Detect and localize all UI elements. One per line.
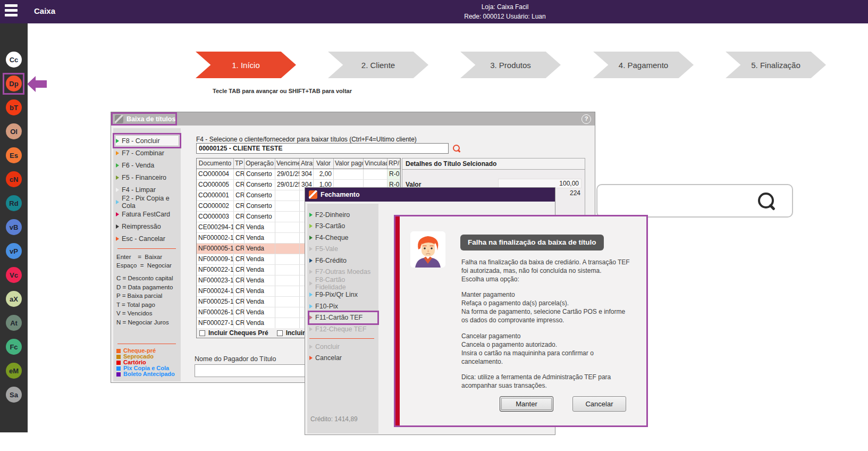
menu-item-label: F6 - Venda [122,162,154,169]
wizard-step-5-finalizacao[interactable]: 5. Finalização [726,52,826,78]
menu-arrow-icon [309,356,313,360]
table-cell: NF000025-1/2 [197,297,234,307]
column-header-documento[interactable]: Documento [197,158,234,169]
table-cell [275,201,300,211]
column-header-vinculado[interactable]: Vinculado [364,158,387,169]
table-row[interactable]: CO000004CRConserto29/01/253042,00R-01 [197,169,400,180]
sidebar-item-ax[interactable]: aX [6,291,22,307]
table-cell: CR [234,318,245,328]
avatar [410,231,445,268]
menu-arrow-icon [309,247,313,251]
legend-label: Boleto Antecipado [123,371,175,377]
fechamento-menu-item-f10-pix[interactable]: F10-Pix [309,300,377,312]
sidebar-item-sa[interactable]: Sa [6,387,22,403]
sidebar-item-cc[interactable]: Cc [6,52,22,68]
column-header-operacao[interactable]: Operação [245,158,275,169]
table-cell [275,265,300,275]
client-input[interactable] [196,143,449,154]
sidebar-item-vc[interactable]: Vc [6,267,22,283]
dialog-paragraph: Falha na finalização da baixa de crediár… [461,258,646,283]
details-header: Detalhes do Título Selcionado [402,158,585,170]
fechamento-menu-item-cancelar[interactable]: Cancelar [309,353,377,364]
table-cell [275,254,300,264]
table-cell: Venda [245,233,275,243]
table-cell: CR [234,212,245,222]
sidebar-item-cn[interactable]: cN [6,171,22,187]
keep-button[interactable]: Manter [500,396,553,412]
search-icon[interactable] [758,193,774,208]
baixa-menu-item-f8-concluir[interactable]: F8 - Concluir [114,135,180,147]
fechamento-menu-item-f4-cheque[interactable]: F4-Cheque [309,232,377,244]
baixa-menu-item-f2-pix-copia-e-cola[interactable]: F2 - Pix Copia e Cola [114,196,180,208]
include-cheques-checkbox[interactable] [199,330,205,336]
include-more-checkbox[interactable] [277,330,283,336]
product-search-input[interactable] [603,188,764,215]
baixa-menu-item-esc-cancelar[interactable]: Esc - Cancelar [114,232,180,245]
table-cell: CO000003 [197,212,234,222]
column-header-valor-pago[interactable]: Valor pago [334,158,364,169]
baixa-menu-item-f5-financeiro[interactable]: F5 - Financeiro [114,171,180,183]
wizard-step-2-cliente[interactable]: 2. Cliente [328,52,428,78]
sidebar-item-es[interactable]: Es [6,147,22,163]
table-cell: Conserto [245,190,275,201]
sidebar-item-ol[interactable]: Ol [6,123,22,139]
sidebar-item-vb[interactable]: vB [6,219,22,235]
fechamento-menu-item-f3-cartao[interactable]: F3-Cartão [309,221,377,232]
menu-item-label: F7-Outras Moedas [315,268,370,275]
table-cell: CR [234,169,245,179]
table-cell: NF000002-1/4 [197,233,234,243]
column-header-atraso[interactable]: Atraso [300,158,314,169]
menu-item-label: Fatura FestCard [122,211,170,218]
sidebar-item-fc[interactable]: Fc [6,339,22,355]
table-cell [275,244,300,254]
column-header-vencimento[interactable]: Vencimento [275,158,300,169]
column-header-tp[interactable]: TP [234,158,245,169]
client-search-icon[interactable] [453,145,460,152]
include-cheques-label: Incluir Cheques Pré [208,329,268,337]
fechamento-menu-item-concluir: Concluir [309,341,377,353]
baixa-title-bar[interactable]: Baixa de títulos ? [111,112,595,126]
sidebar: CcDpbTOlEscNRdvBvPVcaXAtFceMSa [0,23,28,432]
cancel-button[interactable]: Cancelar [572,396,626,412]
menu-arrow-icon [309,281,313,286]
sidebar-item-bt[interactable]: bT [6,99,22,115]
baixa-menu-item-f6-venda[interactable]: F6 - Venda [114,159,180,171]
menu-item-label: F3-Cartão [315,222,345,230]
legend-color-icon [116,349,121,353]
table-cell: Conserto [245,180,275,190]
fechamento-menu-item-f11-cartao-tef[interactable]: F11-Cartão TEF [309,312,377,324]
baixa-menu-item-f7-combinar[interactable]: F7 - Combinar [114,147,180,159]
baixa-menu-item-reimpressao[interactable]: Reimpressão [114,220,180,232]
fechamento-title-bar[interactable]: Fechamento [305,188,555,202]
column-header-valor[interactable]: Valor [314,158,334,169]
sidebar-item-rd[interactable]: Rd [6,195,22,211]
fechamento-window-icon [309,190,317,199]
dialog-paragraph: Cancelar pagamento Cancela o pagamento a… [461,332,646,366]
wizard-step-1-inicio[interactable]: 1. Início [196,52,296,78]
hamburger-menu-icon[interactable] [5,4,19,19]
sidebar-item-dp[interactable]: Dp [6,76,22,91]
payer-name-input[interactable] [195,364,307,377]
table-cell: Venda [245,265,275,275]
menu-arrow-icon [116,139,119,143]
sidebar-item-at[interactable]: At [6,315,22,331]
details-atraso-value: 224 [570,189,580,197]
menu-arrow-icon [116,176,119,180]
wizard-step-3-produtos[interactable]: 3. Produtos [460,52,561,78]
sidebar-item-em[interactable]: eM [6,363,22,379]
help-icon[interactable]: ? [582,114,591,124]
baixa-menu-item-fatura-festcard[interactable]: Fatura FestCard [114,208,180,220]
fechamento-menu-item-f2-dinheiro[interactable]: F2-Dinheiro [309,209,377,221]
column-header-rp-l[interactable]: RP/L [387,158,400,169]
menu-arrow-icon [116,163,119,168]
dialog-paragraph: Dica: utilize a ferramenta de Administra… [461,373,646,390]
table-cell [275,297,300,307]
legend-color-icon [116,355,121,359]
fechamento-menu-divider [309,338,374,339]
payer-name-label: Nome do Pagador do Título [195,355,276,363]
table-cell: CR [234,307,245,318]
table-cell: 29/01/25 [275,180,300,190]
fechamento-menu-item-f6-credito[interactable]: F6-Crédito [309,255,377,266]
wizard-step-4-pagamento[interactable]: 4. Pagamento [593,52,694,78]
sidebar-item-vp[interactable]: vP [6,243,22,259]
